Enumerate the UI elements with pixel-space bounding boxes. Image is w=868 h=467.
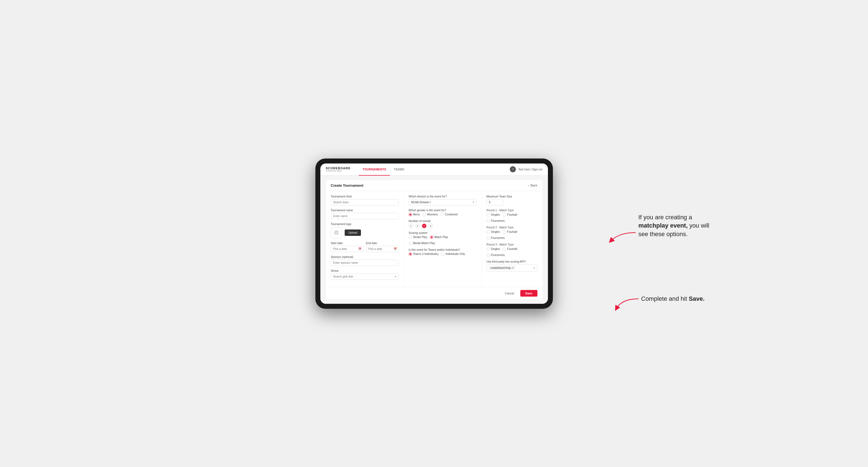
rounds-group: Number of rounds 1 2 3 4 (409, 220, 476, 228)
back-link[interactable]: ‹ Back (528, 184, 537, 187)
event-individuals[interactable]: Individuals Only (441, 252, 465, 256)
r3-fourball-dot (503, 247, 506, 251)
womens-radio-dot (423, 213, 426, 216)
cancel-button[interactable]: Cancel (501, 290, 518, 297)
tournament-host-input[interactable] (331, 199, 399, 206)
individuals-label: Individuals Only (445, 252, 465, 255)
logo-placeholder: 🖼 (331, 227, 342, 238)
annotation-arrow-bottom (614, 298, 641, 311)
round1-foursomes[interactable]: Foursomes (487, 219, 505, 223)
round3-fourball[interactable]: Fourball (503, 247, 517, 251)
round3-radio-group: Singles Fourball Foursomes (487, 247, 537, 257)
combined-label: Combined (445, 213, 458, 216)
tournament-host-group: Tournament Host (331, 195, 399, 206)
tag-close-icon[interactable]: ✕ (512, 267, 514, 269)
round-2[interactable]: 2 (415, 224, 420, 228)
rounds-label: Number of rounds (409, 220, 476, 223)
gender-label: Which gender is the event for? (409, 209, 476, 212)
event-for-radio-group: Teams (+Individuals) Individuals Only (409, 252, 476, 256)
tournament-host-label: Tournament Host (331, 195, 399, 198)
venue-group: Venue ▾ (331, 269, 399, 280)
division-label: Which division is the event for? (409, 195, 476, 198)
user-info: Test User | Sign out (518, 168, 542, 171)
division-group: Which division is the event for? NCAA Di… (409, 195, 476, 206)
gender-radio-group: Mens Womens Combined (409, 213, 476, 216)
event-teams[interactable]: Teams (+Individuals) (409, 252, 439, 256)
match-radio-dot (430, 236, 433, 239)
round1-label: Round 1 - Match Type (487, 209, 537, 212)
womens-label: Womens (427, 213, 438, 216)
signout-link[interactable]: Sign out (532, 168, 542, 171)
left-col: Tournament Host Tournament name Tourname… (326, 191, 404, 287)
gender-combined[interactable]: Combined (440, 213, 458, 216)
date-row: Start date 📅 End date (331, 242, 399, 252)
start-date-group: Start date 📅 (331, 242, 364, 252)
form-header: Create Tournament ‹ Back (326, 180, 542, 191)
r1-fourball-dot (503, 213, 506, 217)
form-body: Tournament Host Tournament name Tourname… (326, 191, 542, 287)
upload-button[interactable]: Upload (345, 229, 361, 236)
tournament-name-label: Tournament name (331, 209, 399, 212)
round3-match-type: Round 3 - Match Type Singles Fourball (487, 243, 537, 257)
form-footer: Cancel Save (326, 287, 542, 299)
round2-singles[interactable]: Singles (487, 230, 500, 234)
round1-radio-group: Singles Fourball Foursomes (487, 213, 537, 223)
scoring-stroke[interactable]: Stroke Play (409, 236, 427, 239)
tablet-screen: SCOREBOARD Powered by clippit TOURNAMENT… (320, 163, 548, 304)
nav-link-tournaments[interactable]: TOURNAMENTS (359, 163, 390, 176)
annotation-bold-matchplay: matchplay event, (639, 222, 688, 229)
form-title: Create Tournament (331, 183, 364, 188)
division-select[interactable]: NCAA Division I (409, 199, 476, 206)
end-date-wrapper: 📅 (366, 246, 399, 252)
gender-mens[interactable]: Mens (409, 213, 420, 216)
gender-group: Which gender is the event for? Mens Wome… (409, 209, 476, 216)
individuals-radio-dot (441, 252, 444, 256)
stroke-label: Stroke Play (413, 236, 427, 239)
round1-fourball[interactable]: Fourball (503, 213, 517, 217)
venue-dropdown-icon: ▾ (395, 275, 396, 278)
annotation-matchplay: If you are creating a matchplay event, y… (639, 213, 716, 239)
mens-label: Mens (413, 213, 420, 216)
sponsor-group: Sponsor (optional) (331, 255, 399, 266)
sponsor-label: Sponsor (optional) (331, 255, 399, 258)
venue-input[interactable] (331, 273, 399, 280)
sponsor-input[interactable] (331, 259, 399, 266)
round2-fourball[interactable]: Fourball (503, 230, 517, 234)
round-3[interactable]: 3 (422, 224, 426, 228)
round-options: 1 2 3 4 (409, 224, 476, 228)
r3-foursomes-dot (487, 253, 490, 257)
tournament-name-input[interactable] (331, 213, 399, 219)
round2-label: Round 2 - Match Type (487, 226, 537, 229)
round3-singles[interactable]: Singles (487, 247, 500, 251)
tablet-frame: SCOREBOARD Powered by clippit TOURNAMENT… (315, 158, 553, 309)
round-4[interactable]: 4 (429, 224, 433, 228)
third-party-select[interactable]: Leaderboard King ✕ ▾ (487, 264, 537, 272)
middle-col: Which division is the event for? NCAA Di… (404, 191, 482, 287)
round3-label: Round 3 - Match Type (487, 243, 537, 246)
tournament-logo-group: Tournament logo 🖼 Upload (331, 223, 399, 238)
max-team-size-input[interactable] (487, 199, 503, 206)
annotation-arrow-right (608, 230, 639, 244)
tournament-logo-label: Tournament logo (331, 223, 399, 226)
tournament-name-group: Tournament name (331, 209, 399, 219)
nav-link-teams[interactable]: TEAMS (390, 163, 408, 176)
third-party-label: Use third-party live scoring API? (487, 260, 537, 263)
round3-foursomes[interactable]: Foursomes (487, 253, 505, 257)
round-1[interactable]: 1 (409, 224, 413, 228)
venue-wrapper: ▾ (331, 273, 399, 280)
calendar-icon-2: 📅 (394, 247, 397, 250)
end-date-group: End date 📅 (366, 242, 399, 252)
division-select-wrapper: NCAA Division I (409, 199, 476, 206)
event-for-label: Is this event for Teams and/or Individua… (409, 248, 476, 251)
match-label: Match Play (434, 236, 448, 239)
save-button[interactable]: Save (520, 290, 537, 297)
third-party-tag: Leaderboard King ✕ (489, 266, 516, 270)
round2-foursomes[interactable]: Foursomes (487, 237, 505, 240)
scoring-match[interactable]: Match Play (430, 236, 448, 239)
round1-singles[interactable]: Singles (487, 213, 500, 217)
combined-radio-dot (440, 213, 444, 216)
r3-singles-dot (487, 247, 490, 251)
scoring-medal[interactable]: Medal Match Play (409, 242, 435, 245)
round2-radio-group: Singles Fourball Foursomes (487, 230, 537, 240)
gender-womens[interactable]: Womens (423, 213, 438, 216)
